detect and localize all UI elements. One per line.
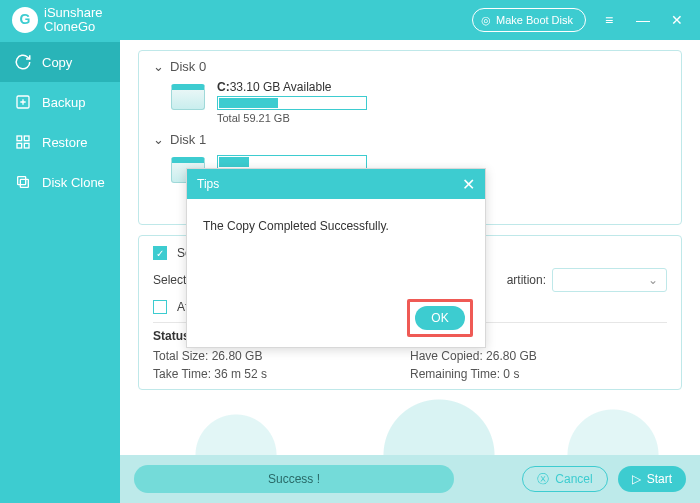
- logo-icon: G: [12, 7, 38, 33]
- partition-select[interactable]: ⌄: [552, 268, 667, 292]
- sidebar-item-backup[interactable]: Backup: [0, 82, 120, 122]
- start-button[interactable]: ▷ Start: [618, 466, 686, 492]
- disk-icon: [171, 84, 205, 110]
- chevron-down-icon: ⌄: [153, 59, 164, 74]
- svg-rect-4: [24, 143, 29, 148]
- copy-icon: [14, 173, 32, 191]
- disk-1-header[interactable]: ⌄ Disk 1: [153, 132, 667, 147]
- sidebar-item-label: Backup: [42, 95, 85, 110]
- play-icon: ▷: [632, 472, 641, 486]
- progress-success: Success !: [134, 465, 454, 493]
- disc-icon: ◎: [481, 14, 491, 27]
- set-checkbox[interactable]: ✓: [153, 246, 167, 260]
- usage-bar: [217, 96, 367, 110]
- app-logo: G iSunshare CloneGo: [12, 6, 103, 35]
- logo-line1: iSunshare: [44, 6, 103, 20]
- refresh-icon: [14, 53, 32, 71]
- svg-rect-2: [24, 136, 29, 141]
- tips-dialog: Tips ✕ The Copy Completed Successfully. …: [186, 168, 486, 348]
- sidebar: Copy Backup Restore Disk Clone: [0, 40, 120, 503]
- logo-line2: CloneGo: [44, 20, 103, 34]
- sidebar-item-label: Restore: [42, 135, 88, 150]
- after-checkbox[interactable]: [153, 300, 167, 314]
- svg-rect-3: [17, 143, 22, 148]
- dialog-header: Tips ✕: [187, 169, 485, 199]
- grid-icon: [14, 133, 32, 151]
- usage-bar: [217, 155, 367, 169]
- close-button[interactable]: ✕: [666, 9, 688, 31]
- menu-icon[interactable]: ≡: [598, 9, 620, 31]
- sidebar-item-label: Disk Clone: [42, 175, 105, 190]
- highlight-box: OK: [407, 299, 473, 337]
- cancel-icon: ⓧ: [537, 471, 549, 488]
- plus-box-icon: [14, 93, 32, 111]
- svg-rect-1: [17, 136, 22, 141]
- partition-row[interactable]: C:33.10 GB Available Total 59.21 GB: [171, 80, 667, 124]
- titlebar: G iSunshare CloneGo ◎ Make Boot Disk ≡ —…: [0, 0, 700, 40]
- make-boot-disk-button[interactable]: ◎ Make Boot Disk: [472, 8, 586, 32]
- sidebar-item-restore[interactable]: Restore: [0, 122, 120, 162]
- sidebar-item-disk-clone[interactable]: Disk Clone: [0, 162, 120, 202]
- footer-bar: Success ! ⓧ Cancel ▷ Start: [120, 455, 700, 503]
- chevron-down-icon: ⌄: [153, 132, 164, 147]
- sidebar-item-copy[interactable]: Copy: [0, 42, 120, 82]
- svg-rect-6: [18, 177, 26, 185]
- sidebar-item-label: Copy: [42, 55, 72, 70]
- disk-0-header[interactable]: ⌄ Disk 0: [153, 59, 667, 74]
- minimize-button[interactable]: —: [632, 9, 654, 31]
- dialog-message: The Copy Completed Successfully.: [187, 199, 485, 243]
- cancel-button[interactable]: ⓧ Cancel: [522, 466, 607, 492]
- ok-button[interactable]: OK: [415, 306, 465, 330]
- close-icon[interactable]: ✕: [462, 175, 475, 194]
- svg-rect-5: [20, 179, 28, 187]
